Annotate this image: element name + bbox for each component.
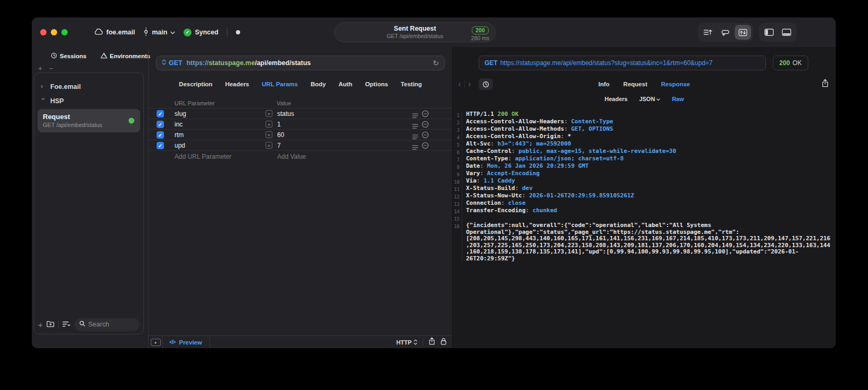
response-line: 3Access-Control-Allow-Methods: GET, OPTI… xyxy=(453,126,836,133)
param-value-field[interactable]: status xyxy=(277,110,294,117)
sync-status[interactable]: ✓ Synced xyxy=(184,29,218,37)
response-tab-response[interactable]: Response xyxy=(661,81,690,87)
param-name-field[interactable]: upd xyxy=(175,142,185,149)
request-tab-description[interactable]: Description xyxy=(179,81,212,87)
branch-selector[interactable]: main xyxy=(143,28,175,38)
project-menu[interactable]: foe.email xyxy=(94,28,135,37)
sent-request-url[interactable]: GET https://statuspage.me/api/embed/stat… xyxy=(479,56,766,70)
equals-icon: = xyxy=(266,142,272,149)
new-folder-icon[interactable] xyxy=(47,320,54,329)
footer-divider xyxy=(423,339,423,346)
add-param-value-placeholder[interactable]: Add Value xyxy=(277,153,306,160)
minimize-window-button[interactable] xyxy=(51,29,57,35)
request-tab-url-params[interactable]: URL Params xyxy=(262,81,298,87)
new-request-button[interactable]: + xyxy=(38,321,43,329)
search-placeholder: Search xyxy=(88,321,109,328)
add-param-name-placeholder[interactable]: Add URL Parameter xyxy=(175,153,232,160)
lock-icon[interactable] xyxy=(441,338,446,347)
prism-icon xyxy=(100,52,107,60)
share-response-icon[interactable] xyxy=(821,79,829,89)
add-session-button[interactable]: + xyxy=(38,64,42,72)
sent-request-full-url: https://statuspage.me/api/embed/status?s… xyxy=(500,59,713,67)
sidebar-tab-environments[interactable]: Environments xyxy=(100,52,151,60)
param-name-field[interactable]: inc xyxy=(175,121,182,128)
response-subtab-raw[interactable]: Raw xyxy=(672,96,684,102)
request-duration: 280 ms xyxy=(471,35,489,41)
sidebar-tab-sessions[interactable]: Sessions xyxy=(51,52,87,60)
response-subtab-json[interactable]: JSON xyxy=(639,96,660,102)
close-window-button[interactable] xyxy=(40,29,47,35)
resend-request-icon[interactable]: ↻ xyxy=(433,59,439,67)
param-value-field[interactable]: 7 xyxy=(277,142,281,149)
param-row: ✓rtm=60 xyxy=(149,130,452,140)
response-tabs: InfoRequestResponse xyxy=(453,77,836,92)
response-line: 4Access-Control-Allow-Origin: * xyxy=(453,133,836,141)
project-name: foe.email xyxy=(106,29,135,36)
method-stepper-icon[interactable] xyxy=(162,59,166,67)
request-tab-body[interactable]: Body xyxy=(310,81,326,87)
protocol-selector[interactable]: HTTP xyxy=(396,339,417,346)
chevron-down-icon xyxy=(170,29,175,36)
zoom-window-button[interactable] xyxy=(61,29,68,35)
response-line: 6Cache-Control: public, max-age=15, stal… xyxy=(453,148,836,156)
response-status-badge: 200 OK xyxy=(773,56,808,70)
request-tab-testing[interactable]: Testing xyxy=(401,81,422,87)
request-tab-auth[interactable]: Auth xyxy=(339,81,352,87)
tree-item-foe-email[interactable]: › Foe.email xyxy=(34,79,143,94)
dynamic-values-button[interactable] xyxy=(717,25,734,40)
response-subtab-headers[interactable]: Headers xyxy=(605,96,627,102)
git-branch-icon xyxy=(143,28,149,38)
toggle-bottom-panel-button[interactable] xyxy=(778,25,794,40)
response-line: 12X-Status-Now-Utc: 2026-01-26T20:29:59.… xyxy=(453,193,836,200)
response-line: 5Alt-Svc: h3=":443"; ma=2592000 xyxy=(453,141,836,148)
response-line: 16{"incidents":null,"overall":{"code":"o… xyxy=(453,222,836,262)
sidebar: Sessions Environments + − › Foe.email xyxy=(32,47,148,348)
code-preview-button[interactable]: </> Preview xyxy=(169,339,202,346)
request-summary-pill[interactable]: Sent Request GET /api/embed/status 200 2… xyxy=(334,22,496,42)
param-name-field[interactable]: slug xyxy=(175,110,186,117)
request-tab-headers[interactable]: Headers xyxy=(225,81,249,87)
param-name-field[interactable]: rtm xyxy=(175,131,184,139)
param-value-field[interactable]: 1 xyxy=(277,121,281,128)
param-value-field[interactable]: 60 xyxy=(277,131,284,139)
toggle-sidebar-button[interactable] xyxy=(761,25,777,40)
remove-param-button[interactable] xyxy=(422,110,429,120)
url-path: /api/embed/status xyxy=(255,59,311,67)
traffic-lights xyxy=(40,29,68,35)
remove-param-button[interactable] xyxy=(422,121,429,130)
search-input[interactable]: Search xyxy=(75,318,140,331)
response-tab-info[interactable]: Info xyxy=(598,81,609,87)
sent-request-method: GET xyxy=(485,59,498,67)
add-param-row[interactable]: Add URL Parameter Add Value xyxy=(149,151,452,162)
tree-item-hsp[interactable]: › HSP xyxy=(34,94,143,108)
param-checkbox[interactable]: ✓ xyxy=(157,110,164,117)
param-checkbox[interactable]: ✓ xyxy=(157,142,164,149)
request-list-item-selected[interactable]: Request GET /api/embed/status xyxy=(38,109,140,132)
response-line: 11X-Status-Build: dev xyxy=(453,185,836,193)
response-line: 1HTTP/1.1 200 OK xyxy=(453,111,836,119)
equals-icon: = xyxy=(266,110,272,117)
response-line: 14Transfer-Encoding: chunked xyxy=(453,207,836,215)
param-checkbox[interactable]: ✓ xyxy=(157,121,164,128)
response-line: 7Content-Type: application/json; charset… xyxy=(453,156,836,163)
response-subtabs: HeadersJSONRaw xyxy=(453,93,836,105)
response-tab-request[interactable]: Request xyxy=(623,81,647,87)
preview-label: Preview xyxy=(179,339,202,346)
response-line: 15 xyxy=(453,215,836,222)
sort-list-button[interactable] xyxy=(700,25,716,40)
group-by-icon[interactable] xyxy=(62,320,71,329)
param-checkbox[interactable]: ✓ xyxy=(157,131,164,139)
remove-param-button[interactable] xyxy=(422,142,429,151)
request-method[interactable]: GET xyxy=(169,59,182,67)
expand-panel-button[interactable]: ▲ xyxy=(151,339,161,346)
response-body: 1HTTP/1.1 200 OK2Access-Control-Allow-He… xyxy=(453,107,836,348)
url-scheme: https:// xyxy=(187,59,209,67)
request-editor-tabs: DescriptionHeadersURL ParamsBodyAuthOpti… xyxy=(149,77,452,92)
remove-param-button[interactable] xyxy=(422,131,429,141)
request-url-bar[interactable]: GET https://statuspage.me/api/embed/stat… xyxy=(156,56,445,70)
request-tab-options[interactable]: Options xyxy=(365,81,388,87)
share-icon[interactable] xyxy=(428,337,435,347)
remove-session-button[interactable]: − xyxy=(49,64,53,72)
response-line: 10Via: 1.1 Caddy xyxy=(453,178,836,185)
import-export-button[interactable] xyxy=(735,25,751,40)
